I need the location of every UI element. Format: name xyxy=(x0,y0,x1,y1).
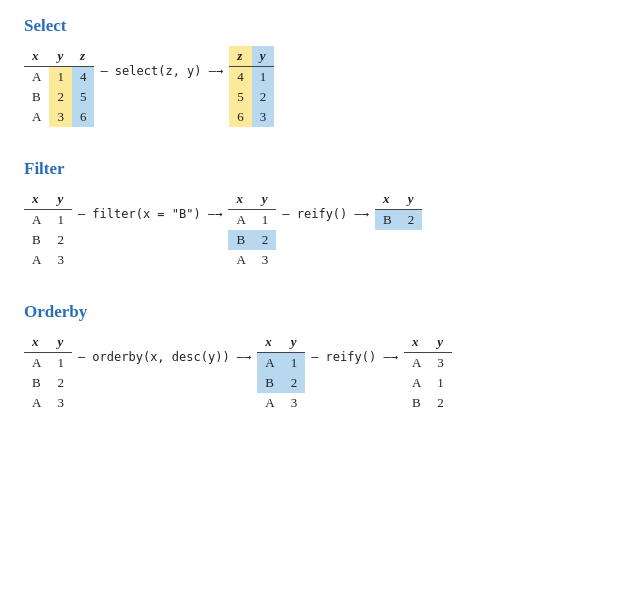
select-arrow: — select(z, y) —→ xyxy=(94,64,229,78)
filter-title: Filter xyxy=(24,159,607,179)
table-row: A 1 xyxy=(257,353,305,374)
table-row: B 2 xyxy=(404,393,452,413)
filter-output-table: x y B 2 xyxy=(375,189,422,230)
table-row: A 1 xyxy=(228,210,276,231)
table-row: A 1 4 xyxy=(24,67,94,88)
table-row: A 1 xyxy=(24,353,72,374)
filter-arrow2: — reify() —→ xyxy=(276,207,375,221)
orderby-title: Orderby xyxy=(24,302,607,322)
table-row: B 2 5 xyxy=(24,87,94,107)
table-row: A 3 6 xyxy=(24,107,94,127)
table-row: B 2 xyxy=(228,230,276,250)
select-t1-col-y: y xyxy=(49,46,72,67)
filter-arrow1: — filter(x = "B") —→ xyxy=(72,207,229,221)
select-diagram: x y z A 1 4 B 2 5 A 3 xyxy=(24,46,607,127)
table-row: A 1 xyxy=(24,210,72,231)
table-row: B 2 xyxy=(24,373,72,393)
orderby-arrow1: — orderby(x, desc(y)) —→ xyxy=(72,350,257,364)
select-input-table: x y z A 1 4 B 2 5 A 3 xyxy=(24,46,94,127)
table-row: A 3 xyxy=(404,353,452,374)
table-row: A 1 xyxy=(404,373,452,393)
table-row: 5 2 xyxy=(229,87,274,107)
filter-middle-table: x y A 1 B 2 A 3 xyxy=(228,189,276,270)
table-row: 4 1 xyxy=(229,67,274,88)
select-t2-col-z: z xyxy=(229,46,252,67)
filter-section: Filter x y A 1 B 2 A 3 xyxy=(24,159,607,270)
table-row: B 2 xyxy=(375,210,422,231)
select-t1-col-x: x xyxy=(24,46,49,67)
select-title: Select xyxy=(24,16,607,36)
orderby-input-table: x y A 1 B 2 A 3 xyxy=(24,332,72,413)
table-row: B 2 xyxy=(257,373,305,393)
table-row: A 3 xyxy=(24,250,72,270)
table-row: A 3 xyxy=(24,393,72,413)
orderby-output-table: x y A 3 A 1 B 2 xyxy=(404,332,452,413)
filter-diagram: x y A 1 B 2 A 3 — filter xyxy=(24,189,607,270)
select-t2-col-y: y xyxy=(252,46,275,67)
table-row: A 3 xyxy=(228,250,276,270)
filter-input-table: x y A 1 B 2 A 3 xyxy=(24,189,72,270)
orderby-section: Orderby x y A 1 B 2 A 3 xyxy=(24,302,607,413)
table-row: 6 3 xyxy=(229,107,274,127)
select-section: Select x y z A 1 4 B 2 5 xyxy=(24,16,607,127)
table-row: B 2 xyxy=(24,230,72,250)
select-output-table: z y 4 1 5 2 6 3 xyxy=(229,46,274,127)
table-row: A 3 xyxy=(257,393,305,413)
select-t1-col-z: z xyxy=(72,46,95,67)
orderby-arrow2: — reify() —→ xyxy=(305,350,404,364)
orderby-middle-table: x y A 1 B 2 A 3 xyxy=(257,332,305,413)
orderby-diagram: x y A 1 B 2 A 3 — orderb xyxy=(24,332,607,413)
